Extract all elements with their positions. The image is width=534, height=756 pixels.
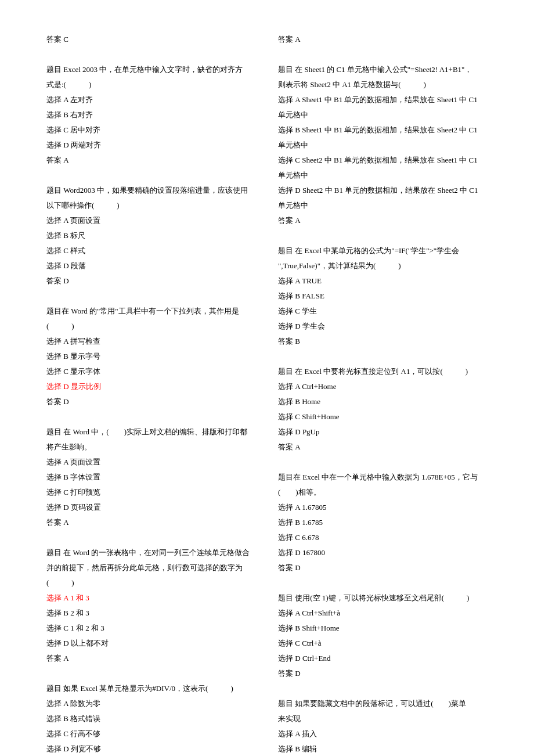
- option-c: 选择 C Ctrl+à: [278, 636, 493, 651]
- answer-text: 答案 D: [46, 394, 262, 409]
- answer-text: 答案 B: [278, 334, 493, 349]
- question-stem: 来实现: [278, 711, 493, 726]
- question-stem: 并的前提下，然后再拆分此单元格，则行数可选择的数字为: [46, 560, 262, 575]
- question-block: 题目 在 Excel 中某单元格的公式为"=IF("学生">"学生会 ",Tru…: [278, 243, 493, 349]
- option-d: 选择 D PgUp: [278, 424, 493, 440]
- question-block: 题目在 Excel 中在一个单元格中输入数据为 1.678E+05，它与 ( )…: [278, 470, 493, 575]
- option-d: 选择 D 167800: [278, 545, 493, 560]
- answer-text: 答案 D: [278, 560, 493, 575]
- option-a: 选择 A 页面设置: [46, 455, 262, 470]
- question-block: 题目 使用(空 1)键，可以将光标快速移至文档尾部( ) 选择 A Ctrl+S…: [278, 591, 493, 681]
- answer-text: 答案 D: [46, 273, 262, 289]
- question-block: 题目 在 Word 的一张表格中，在对同一列三个连续单元格做合 并的前提下，然后…: [46, 545, 262, 666]
- option-d: 单元格中: [278, 198, 493, 213]
- option-b: 选择 B 标尺: [46, 228, 262, 243]
- option-a: 选择 A TRUE: [278, 273, 493, 289]
- question-stem: 题目在 Excel 中在一个单元格中输入数据为 1.678E+05，它与: [278, 470, 493, 485]
- question-stem: 题目 在 Sheet1 的 C1 单元格中输入公式"=Sheet2! A1+B1…: [278, 62, 493, 77]
- option-c: 单元格中: [278, 168, 493, 183]
- option-c: 选择 C 学生: [278, 304, 493, 319]
- question-block: 题目 如果要隐藏文档中的段落标记，可以通过( )菜单 来实现 选择 A 插入 选…: [278, 696, 493, 756]
- question-stem: 题目 在 Word 的一张表格中，在对同一列三个连续单元格做合: [46, 545, 262, 560]
- option-a: 选择 A Sheet1 中 B1 单元的数据相加，结果放在 Sheet1 中 C…: [278, 92, 493, 107]
- option-a: 选择 A Ctrl+Home: [278, 379, 493, 394]
- option-d: 选择 D Sheet2 中 B1 单元的数据相加，结果放在 Sheet2 中 C…: [278, 183, 493, 198]
- question-stem: 题目 Word2003 中，如果要精确的设置段落缩进量，应该使用: [46, 183, 262, 198]
- option-b: 选择 B 2 和 3: [46, 606, 262, 621]
- question-block: 题目 在 Word 中，( )实际上对文档的编辑、排版和打印都 将产生影响。 选…: [46, 424, 262, 530]
- option-a: 选择 A 拼写检查: [46, 334, 262, 349]
- option-a: 选择 A Ctrl+Shift+à: [278, 606, 493, 621]
- option-c: 选择 C 1 和 2 和 3: [46, 621, 262, 636]
- question-stem: 题目 如果 Excel 某单元格显示为#DIV/0，这表示( ): [46, 681, 262, 696]
- option-c: 选择 C 行高不够: [46, 726, 262, 741]
- option-d: 选择 D Ctrl+End: [278, 651, 493, 666]
- question-stem: 题目 Excel 2003 中，在单元格中输入文字时，缺省的对齐方: [46, 62, 262, 77]
- question-stem: 以下哪种操作( ): [46, 198, 262, 213]
- option-d: 选择 D 列宽不够: [46, 741, 262, 756]
- option-a: 选择 A 左对齐: [46, 92, 262, 107]
- answer-text: 答案 A: [278, 213, 493, 228]
- question-block: 题目在 Word 的"常用"工具栏中有一个下拉列表，其作用是 ( ) 选择 A …: [46, 304, 262, 409]
- option-a: 单元格中: [278, 107, 493, 123]
- option-a: 选择 A 1.67805: [278, 500, 493, 515]
- question-stem: 将产生影响。: [46, 440, 262, 455]
- option-b: 选择 B 显示字号: [46, 349, 262, 364]
- option-b: 选择 B Sheet1 中 B1 单元的数据相加，结果放在 Sheet2 中 C…: [278, 123, 493, 138]
- question-stem: ( ): [46, 319, 262, 334]
- option-c: 选择 C Shift+Home: [278, 409, 493, 424]
- option-b: 单元格中: [278, 138, 493, 153]
- question-stem: 题目在 Word 的"常用"工具栏中有一个下拉列表，其作用是: [46, 304, 262, 319]
- question-stem: 题目 如果要隐藏文档中的段落标记，可以通过( )菜单: [278, 696, 493, 711]
- question-block: 题目 Word2003 中，如果要精确的设置段落缩进量，应该使用 以下哪种操作(…: [46, 183, 262, 289]
- question-stem: 题目 在 Word 中，( )实际上对文档的编辑、排版和打印都: [46, 424, 262, 440]
- option-a: 选择 A 插入: [278, 726, 493, 741]
- question-stem: ( )相等。: [278, 485, 493, 500]
- question-stem: 式是:( ): [46, 77, 262, 92]
- option-c: 选择 C 显示字体: [46, 364, 262, 379]
- question-stem: ( ): [46, 575, 262, 591]
- option-d-highlighted: 选择 D 显示比例: [46, 379, 262, 394]
- option-d: 选择 D 以上都不对: [46, 636, 262, 651]
- option-c: 选择 C Sheet2 中 B1 单元的数据相加，结果放在 Sheet1 中 C…: [278, 153, 493, 168]
- answer-text: 答案 A: [278, 32, 493, 47]
- question-block: 题目 Excel 2003 中，在单元格中输入文字时，缺省的对齐方 式是:( )…: [46, 62, 262, 168]
- question-stem: 题目 使用(空 1)键，可以将光标快速移至文档尾部( ): [278, 591, 493, 606]
- option-c: 选择 C 居中对齐: [46, 123, 262, 138]
- question-block: 题目 在 Sheet1 的 C1 单元格中输入公式"=Sheet2! A1+B1…: [278, 62, 493, 228]
- answer-text: 答案 A: [46, 153, 262, 168]
- answer-text: 答案 A: [46, 515, 262, 530]
- option-c: 选择 C 6.678: [278, 530, 493, 545]
- option-b: 选择 B 编辑: [278, 741, 493, 756]
- answer-text: 答案 A: [46, 651, 262, 666]
- answer-line: 答案 C: [46, 32, 262, 47]
- option-b: 选择 B 字体设置: [46, 470, 262, 485]
- option-a: 选择 A 页面设置: [46, 213, 262, 228]
- option-a: 选择 A 除数为零: [46, 696, 262, 711]
- option-b: 选择 B Home: [278, 394, 493, 409]
- option-d: 选择 D 页码设置: [46, 500, 262, 515]
- option-b: 选择 B 格式错误: [46, 711, 262, 726]
- question-stem: 题目 在 Excel 中某单元格的公式为"=IF("学生">"学生会: [278, 243, 493, 258]
- option-d: 选择 D 学生会: [278, 319, 493, 334]
- option-d: 选择 D 段落: [46, 258, 262, 273]
- option-c: 选择 C 样式: [46, 243, 262, 258]
- option-b: 选择 B Shift+Home: [278, 621, 493, 636]
- option-d: 选择 D 两端对齐: [46, 138, 262, 153]
- option-b: 选择 B 1.6785: [278, 515, 493, 530]
- question-stem: 则表示将 Sheet2 中 A1 单元格数据与( ): [278, 77, 493, 92]
- question-stem: ",True,False)"，其计算结果为( ): [278, 258, 493, 273]
- answer-text: 答案 C: [46, 32, 262, 47]
- option-b: 选择 B 右对齐: [46, 107, 262, 123]
- answer-line: 答案 A: [278, 32, 493, 47]
- option-b: 选择 B FALSE: [278, 289, 493, 304]
- question-block: 题目 在 Excel 中要将光标直接定位到 A1，可以按( ) 选择 A Ctr…: [278, 364, 493, 455]
- answer-text: 答案 D: [278, 666, 493, 681]
- question-stem: 题目 在 Excel 中要将光标直接定位到 A1，可以按( ): [278, 364, 493, 379]
- option-a-highlighted: 选择 A 1 和 3: [46, 591, 262, 606]
- option-c: 选择 C 打印预览: [46, 485, 262, 500]
- answer-text: 答案 A: [278, 440, 493, 455]
- document-page: 答案 C 题目 Excel 2003 中，在单元格中输入文字时，缺省的对齐方 式…: [0, 0, 534, 756]
- question-block: 题目 如果 Excel 某单元格显示为#DIV/0，这表示( ) 选择 A 除数…: [46, 681, 262, 756]
